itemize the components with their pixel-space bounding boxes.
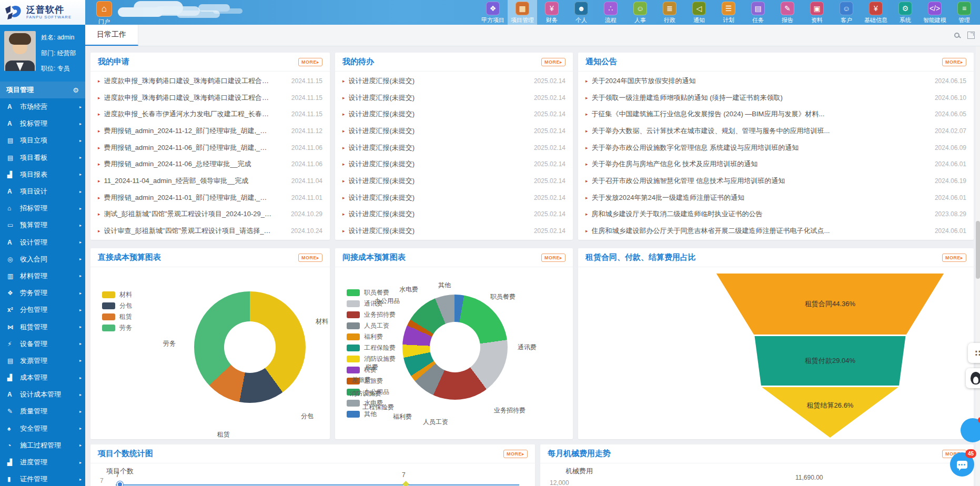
sidebar-menu-item[interactable]: ▤ 发票管理 ▸: [0, 352, 85, 369]
sidebar-menu-item[interactable]: A 项目设计 ▸: [0, 183, 85, 200]
legend-item[interactable]: 福利费: [347, 331, 396, 342]
request-list-item[interactable]: ▸ 费用报销_admin_2024-11-12_部门经理审批_胡建,_运行中 2…: [90, 123, 330, 139]
notice-list-item[interactable]: ▸ 关于发放2024年第24批一级建造师注册证书的通知 2024.06.01: [578, 189, 974, 206]
top-nav-item[interactable]: ◁ 通知: [684, 0, 714, 25]
todo-list-item[interactable]: ▸ 设计进度汇报(未提交) 2025.02.14: [335, 123, 573, 139]
notice-list-item[interactable]: ▸ 关于召开市政公用设施智慧化管理 信息技术与应用培训班的通知 2024.06.…: [578, 173, 974, 189]
sidebar-menu-item[interactable]: ▭ 预算管理 ▸: [0, 217, 85, 234]
notice-list-item[interactable]: ▸ 房和城乡建设厅关于取消二级建造师临时执业证书的公告 2023.08.29: [578, 206, 974, 223]
sidebar-menu-item[interactable]: ▤ 项目看板 ▸: [0, 149, 85, 166]
sidebar-menu-item[interactable]: ▟ 成本管理 ▸: [0, 369, 85, 386]
todo-list-item[interactable]: ▸ 设计进度汇报(未提交) 2025.02.14: [335, 206, 573, 223]
notice-list-item[interactable]: ▸ 于征集《中国建筑施工行业信息化发展报告 (2024) —BIM应用与发展》材…: [578, 106, 974, 123]
top-nav-item[interactable]: </> 智能建模: [920, 0, 949, 25]
sidebar-menu-item[interactable]: ▥ 材料管理 ▸: [0, 268, 85, 285]
todo-list-item[interactable]: ▸ 设计进度汇报(未提交) 2025.02.14: [335, 106, 573, 123]
top-nav-item[interactable]: ☰ 计划: [714, 0, 743, 25]
legend-item[interactable]: 材料: [102, 289, 132, 300]
legend-item[interactable]: 工程保险费: [347, 342, 396, 353]
todo-list-item[interactable]: ▸ 设计进度汇报(未提交) 2025.02.14: [335, 189, 573, 206]
sidebar-menu-item[interactable]: ▟ 项目报表 ▸: [0, 166, 85, 183]
indirect-cost-donut-chart[interactable]: [402, 295, 508, 400]
request-list-item[interactable]: ▸ 费用报销_admin_2024-11-06_部门经理审批_胡建,_运行中 2…: [90, 139, 330, 156]
top-nav-item[interactable]: ▤ 任务: [743, 0, 773, 25]
todo-list-item[interactable]: ▸ 设计进度汇报(未提交) 2025.02.14: [335, 156, 573, 173]
request-list-item[interactable]: ▸ 测试_彭祖新城"四馆"景观工程设计项目_2024-10-29_admin_结…: [90, 206, 330, 223]
legend-item[interactable]: 业务招待费: [347, 309, 396, 320]
top-nav-item[interactable]: ▣ 资料: [802, 0, 832, 25]
notice-list-item[interactable]: ▸ 住房和城乡建设部办公厅关于同意吉林省开展二级建造师注册证书电子化试点... …: [578, 222, 974, 239]
expand-icon[interactable]: [967, 32, 975, 39]
top-nav-item[interactable]: ¥ 基础信息: [861, 0, 891, 25]
sidebar-menu-item[interactable]: ◎ 收入合同 ▸: [0, 251, 85, 268]
request-list-item[interactable]: ▸ 进度款申报_长春市伊通河水力发电厂改建工程_长春市伊通河水力发电... 20…: [90, 106, 330, 123]
more-button[interactable]: MORE▸: [942, 254, 966, 262]
sidebar-menu-item[interactable]: A 设计管理 ▸: [0, 234, 85, 251]
todo-list-item[interactable]: ▸ 设计进度汇报(未提交) 2025.02.14: [335, 89, 573, 106]
sidebar-menu-item[interactable]: ▮ 证件管理 ▸: [0, 471, 85, 486]
more-button[interactable]: MORE▸: [541, 254, 565, 262]
sidebar-menu-item[interactable]: ▤ 项目立项 ▸: [0, 132, 85, 149]
todo-list-item[interactable]: ▸ 设计进度汇报(未提交) 2025.02.14: [335, 173, 573, 189]
top-nav-item[interactable]: ≡ 管理: [949, 0, 979, 25]
more-button[interactable]: MORE▸: [942, 58, 966, 66]
scrollbar-thumb[interactable]: [976, 221, 980, 279]
sidebar-menu-item[interactable]: ◔ 施工过程管理 ▸: [0, 437, 85, 454]
sidebar-menu-item[interactable]: ▟ 进度管理 ▸: [0, 454, 85, 471]
sidebar-menu-item[interactable]: ♠ 安全管理 ▸: [0, 420, 85, 437]
request-list-item[interactable]: ▸ 费用报销_admin_2024-11-06_总经理审批__完成 2024.1…: [90, 156, 330, 173]
funnel-band[interactable]: 租赁结算26.6%: [709, 387, 951, 438]
request-list-item[interactable]: ▸ 进度款申报_珠海鹤港口建设_珠海鹤港口建设工程合作协议书_admin_...…: [90, 89, 330, 106]
top-nav-item[interactable]: ∴ 流程: [596, 0, 625, 25]
request-list-item[interactable]: ▸ 11_2024-11-04_admin_经营部_领导审批__完成 2024.…: [90, 173, 330, 189]
notice-list-item[interactable]: ▸ 关于2024年国庆节放假安排的通知 2024.06.15: [578, 73, 974, 89]
more-button[interactable]: MORE▸: [541, 58, 565, 66]
more-button[interactable]: MORE▸: [298, 254, 322, 262]
sidebar-menu-item[interactable]: x² 分包管理 ▸: [0, 301, 85, 318]
floating-service-button[interactable]: ∷: [968, 343, 980, 363]
top-nav-item[interactable]: ▦ 项目管理: [508, 0, 537, 25]
floating-qq-button[interactable]: [966, 368, 980, 388]
direct-cost-donut-chart[interactable]: [194, 291, 306, 403]
notice-list-item[interactable]: ▸ 关于举办市政公用设施数字化管理信息 系统建设与应用培训班的通知 2024.0…: [578, 139, 974, 156]
todo-list-item[interactable]: ▸ 设计进度汇报(未提交) 2025.02.14: [335, 139, 573, 156]
sidebar-menu-item[interactable]: ❖ 劳务管理 ▸: [0, 285, 85, 301]
legend-item[interactable]: 劳务: [102, 322, 132, 333]
floating-chat-button[interactable]: 45: [950, 452, 974, 477]
rental-funnel-chart[interactable]: 租赁合同44.36% 租赁付款29.04% 租赁结算26.6%: [709, 274, 951, 439]
request-list-item[interactable]: ▸ 进度款申报_珠海鹤港口建设_珠海鹤港口建设工程合作协议书_admin_...…: [90, 73, 330, 89]
more-button[interactable]: MORE▸: [298, 58, 322, 66]
top-nav-item[interactable]: ☺ 人事: [625, 0, 655, 25]
legend-item[interactable]: 人员工资: [347, 320, 396, 331]
sidebar-menu-item[interactable]: ✎ 质量管理 ▸: [0, 403, 85, 420]
legend-item[interactable]: 分包: [102, 300, 132, 311]
sidebar-menu-item[interactable]: A 投标管理 ▸: [0, 115, 85, 132]
sidebar-menu-item[interactable]: ⋈ 租赁管理 ▸: [0, 318, 85, 335]
notice-list-item[interactable]: ▸ 关于举办大数据、云计算技术在城市建设、规划、管理与服务中的应用培训班... …: [578, 123, 974, 139]
tab-daily-work[interactable]: 日常工作: [85, 25, 138, 46]
sidebar-menu-item[interactable]: ⌂ 招标管理 ▸: [0, 200, 85, 217]
sidebar-menu-item[interactable]: A 市场经营 ▸: [0, 98, 85, 115]
request-list-item[interactable]: ▸ 费用报销_admin_2024-11-01_部门经理审批_胡建,_运行中 2…: [90, 189, 330, 206]
legend-item[interactable]: 租赁: [102, 311, 132, 322]
gear-icon[interactable]: ⚙: [73, 86, 79, 94]
sidebar-menu-item[interactable]: A 设计成本管理 ▸: [0, 386, 85, 403]
nav-item-portal[interactable]: ⌂ 门户: [89, 1, 119, 25]
top-nav-item[interactable]: ✎ 报告: [773, 0, 802, 25]
notice-list-item[interactable]: ▸ 关于举办住房与房地产信息化 技术及应用培训班的通知 2024.06.01: [578, 156, 974, 173]
notice-list-item[interactable]: ▸ 关于领取一级注册建造师增项贴的通知 (须持一建证书前来领取) 2024.06…: [578, 89, 974, 106]
more-button[interactable]: MORE▸: [503, 450, 528, 458]
top-nav-item[interactable]: ≣ 行政: [655, 0, 684, 25]
sidebar-menu-item[interactable]: ⚡ 设备管理 ▸: [0, 336, 85, 352]
top-nav-item[interactable]: ❖ 甲方项目: [478, 0, 508, 25]
todo-list-item[interactable]: ▸ 设计进度汇报(未提交) 2025.02.14: [335, 73, 573, 89]
top-nav-item[interactable]: ¥ 财务: [537, 0, 567, 25]
top-nav-item[interactable]: ⚙ 系统: [891, 0, 920, 25]
funnel-band[interactable]: 租赁合同44.36%: [709, 274, 951, 335]
request-list-item[interactable]: ▸ 设计审查_彭祖新城"四馆"景观工程设计项目_请选择_胡广生_2024-10-…: [90, 222, 330, 239]
top-nav-item[interactable]: ☻ 个人: [567, 0, 596, 25]
funnel-band[interactable]: 租赁付款29.04%: [709, 336, 951, 386]
top-nav-item[interactable]: ☺ 客户: [832, 0, 861, 25]
key-icon[interactable]: [954, 32, 961, 39]
todo-list-item[interactable]: ▸ 设计进度汇报(未提交) 2025.02.14: [335, 222, 573, 239]
